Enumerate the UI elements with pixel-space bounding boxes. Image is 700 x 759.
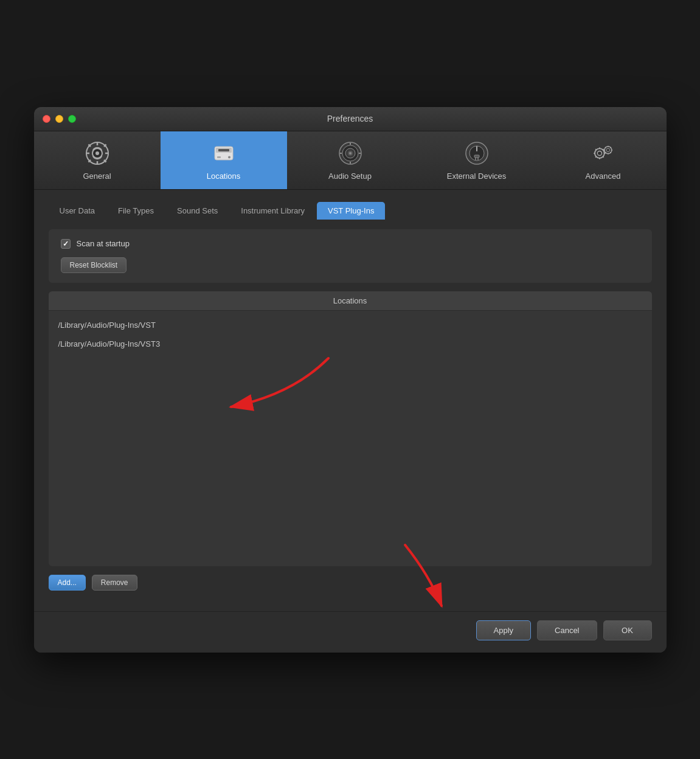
add-button[interactable]: Add... <box>49 575 86 591</box>
titlebar: Preferences <box>34 107 667 131</box>
svg-point-42 <box>606 148 609 151</box>
tab-vst-plugins[interactable]: VST Plug-Ins <box>317 202 385 220</box>
locations-header: Locations <box>49 291 652 311</box>
content-area: User Data File Types Sound Sets Instrume… <box>34 190 667 611</box>
minimize-button[interactable] <box>55 115 63 123</box>
maximize-button[interactable] <box>68 115 76 123</box>
toolbar-item-general[interactable]: General <box>34 131 161 189</box>
toolbar-item-locations[interactable]: Locations <box>161 131 287 189</box>
general-icon <box>83 139 112 168</box>
toolbar-audio-label: Audio Setup <box>328 172 372 181</box>
svg-rect-13 <box>217 156 221 158</box>
svg-point-14 <box>228 156 230 158</box>
reset-blocklist-button[interactable]: Reset Blocklist <box>61 257 127 273</box>
svg-rect-15 <box>218 149 229 151</box>
toolbar-locations-label: Locations <box>207 172 241 181</box>
toolbar-advanced-label: Advanced <box>586 172 621 181</box>
svg-point-2 <box>95 151 99 155</box>
preferences-window: Preferences <box>34 107 667 653</box>
tab-user-data[interactable]: User Data <box>49 202 106 220</box>
tab-instrument-library[interactable]: Instrument Library <box>230 202 316 220</box>
tab-file-types[interactable]: File Types <box>107 202 165 220</box>
locations-icon <box>209 139 238 168</box>
ok-button[interactable]: OK <box>603 620 652 640</box>
svg-point-20 <box>349 152 352 154</box>
tab-sound-sets[interactable]: Sound Sets <box>166 202 229 220</box>
audio-setup-icon <box>336 139 365 168</box>
locations-list: /Library/Audio/Plug-Ins/VST /Library/Aud… <box>49 311 652 566</box>
scan-at-startup-checkbox[interactable] <box>61 239 71 249</box>
svg-point-32 <box>597 151 601 155</box>
bottom-buttons: Add... Remove <box>49 575 652 591</box>
window-title: Preferences <box>327 114 373 123</box>
toolbar: General Locations <box>34 131 667 190</box>
remove-button[interactable]: Remove <box>92 575 137 591</box>
scan-at-startup-label: Scan at startup <box>77 239 130 248</box>
advanced-icon <box>589 139 618 168</box>
toolbar-item-audio-setup[interactable]: Audio Setup <box>287 131 414 189</box>
options-section: Scan at startup Reset Blocklist <box>49 229 652 283</box>
tabs-bar: User Data File Types Sound Sets Instrume… <box>49 202 652 220</box>
external-devices-icon <box>462 139 491 168</box>
toolbar-general-label: General <box>83 172 111 181</box>
traffic-lights <box>43 115 76 123</box>
apply-button[interactable]: Apply <box>476 620 532 640</box>
footer: Apply Cancel OK <box>34 611 667 653</box>
list-item[interactable]: /Library/Audio/Plug-Ins/VST <box>49 316 652 334</box>
svg-rect-28 <box>474 155 479 158</box>
locations-wrapper: Locations /Library/Audio/Plug-Ins/VST /L… <box>49 291 652 566</box>
list-item[interactable]: /Library/Audio/Plug-Ins/VST3 <box>49 334 652 353</box>
close-button[interactable] <box>43 115 50 123</box>
locations-section: Locations /Library/Audio/Plug-Ins/VST /L… <box>49 291 652 566</box>
toolbar-item-external-devices[interactable]: External Devices <box>414 131 540 189</box>
toolbar-item-advanced[interactable]: Advanced <box>540 131 667 189</box>
scan-at-startup-row: Scan at startup <box>61 239 640 249</box>
toolbar-external-label: External Devices <box>447 172 507 181</box>
cancel-button[interactable]: Cancel <box>537 620 597 640</box>
